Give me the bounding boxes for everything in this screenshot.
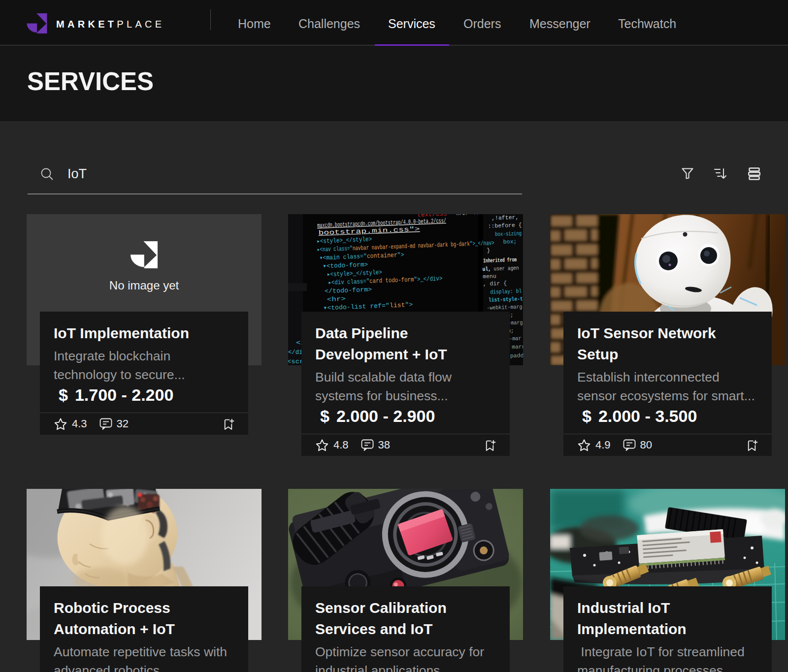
svg-text:}: } [487,247,490,254]
svg-text:Inherited from: Inherited from [483,256,517,264]
svg-text:paddi: paddi [510,352,523,359]
svg-text:box;: box; [503,238,517,245]
svg-text:list-style-t: list-style-t [489,295,523,303]
svg-text:menu: menu [483,273,496,280]
svg-text:display: bl: display: bl [490,288,522,295]
svg-text:ul, user agen: ul, user agen [482,265,519,273]
svg-text:, dir {: , dir { [483,280,507,288]
svg-text:box-sizing: box-sizing [495,230,522,237]
svg-text:-webkit-marg: -webkit-marg [487,303,522,311]
svg-text:::before {: ::before { [488,222,522,229]
svg-text:<hr>: <hr> [327,295,346,303]
svg-text:marg: marg [512,343,523,350]
svg-text:,!after,: ,!after, [492,214,519,222]
